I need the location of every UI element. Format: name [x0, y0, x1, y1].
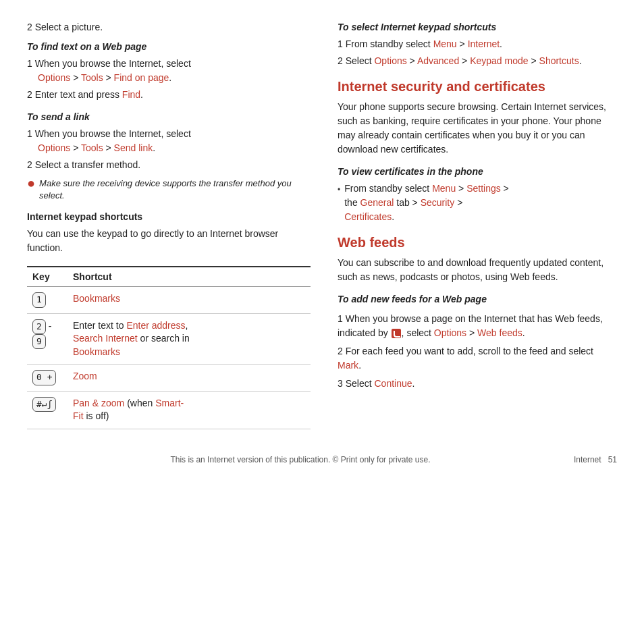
bullet-icon: •	[338, 184, 340, 224]
table-row: #↵ʃ Pan & zoom (when Smart-Fit is off)	[27, 391, 311, 429]
options-link-1[interactable]: Options	[38, 72, 70, 83]
footer-section-label: Internet	[574, 455, 601, 464]
table-row: 0 + Zoom	[27, 365, 311, 391]
add-step2: 2 For each feed you want to add, scroll …	[338, 344, 617, 373]
shortcut-cell-4: Pan & zoom (when Smart-Fit is off)	[68, 391, 311, 429]
options-link-3[interactable]: Options	[374, 55, 406, 66]
keypad-mode-link[interactable]: Keypad mode	[470, 55, 528, 66]
key-0-btn: 0 +	[32, 370, 56, 385]
table-row: 2 - 9 Enter text to Enter address, Searc…	[27, 313, 311, 365]
view-certs-step: • From standby select Menu > Settings >t…	[338, 182, 617, 224]
find-link[interactable]: Find	[122, 89, 140, 100]
select-shortcuts-heading: To select Internet keypad shortcuts	[338, 20, 617, 34]
right-column: To select Internet keypad shortcuts 1 Fr…	[338, 20, 617, 429]
search-internet-link[interactable]: Search Internet	[73, 333, 138, 344]
send-link-link[interactable]: Send link	[114, 142, 153, 153]
keypad-shortcuts-heading: Internet keypad shortcuts	[27, 210, 311, 224]
note-text: Make sure the receiving device supports …	[39, 178, 311, 202]
tools-link-1[interactable]: Tools	[81, 72, 103, 83]
view-certs-heading: To view certificates in the phone	[338, 165, 617, 179]
key-2-btn: 2	[32, 319, 46, 334]
left-column: 2 Select a picture. To find text on a We…	[27, 20, 311, 429]
bookmarks-link-2[interactable]: Bookmarks	[73, 346, 120, 357]
pan-zoom-link[interactable]: Pan & zoom	[73, 398, 124, 408]
step-select-picture: 2 Select a picture.	[27, 20, 311, 34]
key-9-btn: 9	[32, 334, 46, 349]
web-feeds-desc: You can subscribe to and download freque…	[338, 256, 617, 284]
note-bullet-icon: ●	[27, 176, 35, 202]
certificates-link[interactable]: Certificates	[344, 211, 392, 222]
web-feeds-link[interactable]: Web feeds	[477, 327, 522, 338]
keypad-table-section: Key Shortcut 1 Bookmarks	[27, 266, 311, 429]
menu-link-1[interactable]: Menu	[433, 38, 457, 49]
settings-link[interactable]: Settings	[466, 183, 501, 194]
advanced-link[interactable]: Advanced	[417, 55, 459, 66]
general-link[interactable]: General	[360, 197, 394, 208]
keypad-desc: You can use the keypad to go directly to…	[27, 227, 311, 255]
footer-right: Internet 51	[574, 455, 617, 464]
shortcuts-link[interactable]: Shortcuts	[539, 55, 579, 66]
security-desc: Your phone supports secure browsing. Cer…	[338, 100, 617, 157]
keypad-table: Key Shortcut 1 Bookmarks	[27, 266, 311, 429]
key-cell-4: #↵ʃ	[27, 391, 68, 429]
table-col-key: Key	[27, 267, 68, 287]
add-feeds-heading: To add new feeds for a Web page	[338, 292, 617, 306]
shortcut-cell-1: Bookmarks	[68, 287, 311, 313]
web-feeds-heading: Web feeds	[338, 235, 617, 250]
find-step2: 2 Enter text and press Find.	[27, 88, 311, 102]
select-step2: 2 Select Options > Advanced > Keypad mod…	[338, 54, 617, 68]
webfeed-icon	[392, 329, 401, 338]
view-certs-text: From standby select Menu > Settings >the…	[344, 182, 509, 224]
table-col-shortcut: Shortcut	[68, 267, 311, 287]
footer: This is an Internet version of this publ…	[27, 450, 617, 464]
key-cell-3: 0 +	[27, 365, 68, 391]
table-row: 1 Bookmarks	[27, 287, 311, 313]
security-link[interactable]: Security	[421, 197, 455, 208]
find-text-heading: To find text on a Web page	[27, 40, 311, 54]
send-step1: 1 When you browse the Internet, select O…	[27, 127, 311, 155]
shortcut-cell-3: Zoom	[68, 365, 311, 391]
internet-link-1[interactable]: Internet	[468, 38, 500, 49]
add-step3: 3 Select Continue.	[338, 377, 617, 391]
send-step2: 2 Select a transfer method.	[27, 158, 311, 172]
footer-center: This is an Internet version of this publ…	[27, 455, 574, 464]
continue-link[interactable]: Continue	[374, 378, 412, 389]
bookmarks-link-1[interactable]: Bookmarks	[73, 293, 120, 304]
options-link-4[interactable]: Options	[434, 327, 466, 338]
select-step1: 1 From standby select Menu > Internet.	[338, 37, 617, 51]
key-1-btn: 1	[32, 292, 46, 307]
key-hash-btn: #↵ʃ	[32, 397, 56, 412]
options-link-2[interactable]: Options	[38, 142, 70, 153]
tools-link-2[interactable]: Tools	[81, 142, 103, 153]
shortcut-cell-2: Enter text to Enter address, Search Inte…	[68, 313, 311, 365]
zoom-link[interactable]: Zoom	[73, 371, 97, 381]
find-step1: 1 When you browse the Internet, select O…	[27, 57, 311, 85]
note: ● Make sure the receiving device support…	[27, 178, 311, 202]
key-cell-2: 2 - 9	[27, 313, 68, 365]
internet-security-heading: Internet security and certificates	[338, 79, 617, 95]
find-on-page-link[interactable]: Find on page	[114, 72, 169, 83]
menu-link-2[interactable]: Menu	[432, 183, 456, 194]
key-cell-1: 1	[27, 287, 68, 313]
add-step1: 1 When you browse a page on the Internet…	[338, 312, 617, 340]
enter-address-link[interactable]: Enter address	[126, 320, 185, 331]
footer-page-num: 51	[608, 455, 617, 464]
mark-link[interactable]: Mark	[338, 360, 358, 371]
send-link-heading: To send a link	[27, 110, 311, 124]
